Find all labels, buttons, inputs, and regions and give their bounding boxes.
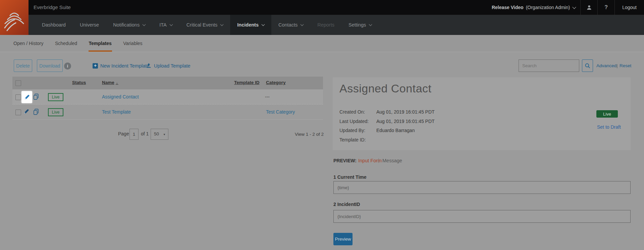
view-count: View 1 - 2 of 2 [295, 132, 324, 137]
tab-message[interactable]: Message [382, 158, 402, 163]
user-button[interactable] [581, 0, 597, 15]
everbridge-logo [0, 0, 29, 35]
nav-item-universe[interactable]: Universe [73, 15, 106, 35]
chevron-down-icon [301, 23, 304, 26]
templates-table: Status Name▲ Template ID Category Live A… [12, 77, 323, 120]
tab-scheduled[interactable]: Scheduled [55, 35, 77, 52]
preview-button[interactable]: Preview [333, 233, 353, 245]
everbridge-mark-icon [0, 0, 29, 35]
table-header: Status Name▲ Template ID Category [12, 77, 323, 89]
org-role: (Organization Admin) [526, 5, 570, 10]
column-header-name[interactable]: Name▲ [102, 80, 118, 85]
sub-nav: Open / History Scheduled Templates Varia… [0, 35, 644, 52]
row-checkbox[interactable] [15, 110, 21, 115]
field-label: Template ID: [339, 137, 366, 142]
nav-item-critical-events[interactable]: Critical Events [179, 15, 230, 35]
table-row: Live Test Template Test Category [12, 105, 323, 120]
template-id-cell: --- [265, 94, 270, 99]
preview-label: PREVIEW: [333, 158, 357, 163]
product-title: Everbridge Suite [34, 0, 71, 15]
edit-pencil-icon[interactable] [23, 94, 30, 100]
main-nav: Dashboard Universe Notifications ITA Cri… [0, 15, 644, 35]
chevron-down-icon [573, 5, 576, 9]
org-switcher[interactable]: Release Video (Organization Admin) [487, 5, 580, 10]
logout-link[interactable]: Logout [615, 5, 644, 10]
info-icon[interactable]: i [64, 62, 71, 70]
page-number-input[interactable] [129, 129, 139, 140]
template-detail-card: Assigned Contact Created On: Aug 01, 201… [333, 77, 631, 150]
status-badge: Live [48, 108, 63, 116]
nav-item-incidents[interactable]: Incidents [230, 15, 271, 35]
page-label: Page [118, 131, 129, 136]
delete-button[interactable]: Delete [14, 59, 32, 72]
template-name-link[interactable]: Assigned Contact [102, 94, 139, 99]
nav-item-reports[interactable]: Reports [310, 15, 341, 35]
field-label: Last Updated: [339, 119, 369, 124]
nav-item-ita[interactable]: ITA [152, 15, 179, 35]
tab-variables[interactable]: Variables [123, 35, 142, 52]
page-size-select[interactable]: 50 ▼ [151, 129, 168, 140]
incident-id-input[interactable] [333, 210, 631, 223]
column-header-template-id[interactable]: Template ID [234, 80, 260, 85]
person-icon [586, 5, 592, 10]
top-bar-right: Release Video (Organization Admin) ? Log… [487, 0, 644, 15]
copy-icon[interactable] [33, 108, 40, 115]
search-button[interactable] [582, 59, 593, 72]
category-cell: Test Category [266, 109, 295, 115]
tab-templates[interactable]: Templates [89, 35, 112, 52]
field-value: Aug 01, 2019 16:01:45 PDT [376, 109, 435, 115]
template-name-link[interactable]: Test Template [102, 109, 131, 115]
row-checkbox[interactable] [15, 94, 21, 100]
plus-icon: + [93, 63, 98, 69]
nav-item-dashboard[interactable]: Dashboard [35, 15, 73, 35]
table-row: Live Assigned Contact --- [12, 89, 323, 105]
reset-link[interactable]: Reset [620, 59, 631, 72]
copy-icon[interactable] [33, 93, 40, 100]
chevron-down-icon [169, 23, 173, 26]
chevron-down-icon [262, 23, 265, 26]
set-to-draft-link[interactable]: Set to Draft [597, 124, 621, 130]
field-label: Created On: [339, 109, 365, 115]
chevron-down-icon [143, 23, 146, 26]
chevron-down-icon [369, 23, 372, 26]
nav-item-contacts[interactable]: Contacts [271, 15, 310, 35]
separator: | [378, 158, 379, 163]
separator: | [616, 59, 618, 72]
column-header-category[interactable]: Category [266, 80, 286, 85]
search-icon [585, 63, 591, 69]
advanced-link[interactable]: Advanced [596, 59, 616, 72]
edit-pencil-icon[interactable] [23, 108, 30, 115]
tab-open-history[interactable]: Open / History [13, 35, 43, 52]
upload-template-link[interactable]: Upload Template [146, 59, 191, 72]
nav-item-notifications[interactable]: Notifications [106, 15, 152, 35]
new-incident-template-link[interactable]: + New Incident Template [93, 59, 149, 72]
question-icon: ? [604, 4, 608, 10]
status-badge: Live [48, 93, 63, 101]
form-field-label: 2 IncidentID [333, 202, 360, 207]
field-value: Aug 01, 2019 16:01:45 PDT [376, 119, 435, 124]
chevron-down-icon [220, 23, 224, 26]
tutorial-highlight [21, 91, 32, 103]
field-value: Eduardo Barragan [376, 128, 415, 133]
field-label: Updated By: [339, 128, 365, 133]
search-input[interactable] [519, 59, 579, 72]
status-badge: Live [596, 110, 618, 118]
sort-asc-icon: ▲ [116, 82, 118, 85]
page-size-value: 50 [154, 131, 159, 136]
nav-item-settings[interactable]: Settings [341, 15, 379, 35]
detail-title: Assigned Contact [339, 82, 432, 95]
current-time-input[interactable] [333, 181, 631, 194]
chevron-down-icon: ▼ [163, 133, 166, 136]
page-of-label: of 1 [141, 131, 149, 136]
column-header-status[interactable]: Status [72, 80, 86, 85]
download-button[interactable]: Download [37, 59, 63, 72]
top-bar: Everbridge Suite Release Video (Organiza… [0, 0, 644, 15]
org-name: Release Video [492, 5, 524, 10]
form-field-label: 1 Current Time [333, 174, 367, 180]
select-all-checkbox[interactable] [15, 80, 21, 86]
help-button[interactable]: ? [598, 0, 614, 15]
upload-icon [146, 63, 152, 69]
